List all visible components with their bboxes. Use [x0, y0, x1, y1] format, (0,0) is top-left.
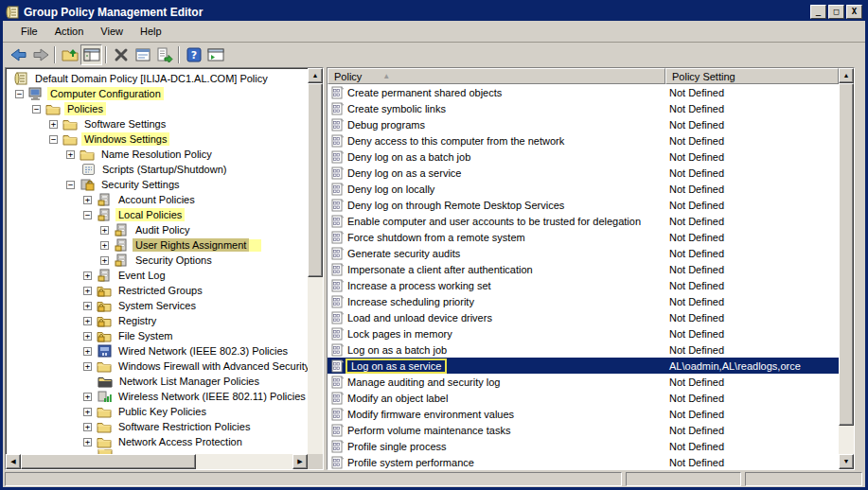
expand-icon[interactable]: + — [83, 332, 92, 341]
expand-icon[interactable]: + — [83, 423, 92, 431]
expand-icon[interactable]: + — [66, 150, 75, 159]
table-row[interactable]: Deny log on as a serviceNot Defined — [328, 165, 839, 181]
tree-item[interactable]: +Audit Policy — [6, 222, 308, 237]
table-row[interactable]: Increase scheduling priorityNot Defined — [328, 293, 839, 309]
list-vscroll-thumb[interactable] — [839, 83, 854, 426]
expand-icon[interactable]: + — [100, 226, 109, 235]
expand-icon[interactable]: + — [83, 287, 92, 295]
collapse-icon[interactable]: − — [15, 90, 24, 98]
tree-item[interactable]: −Policies — [6, 101, 308, 116]
table-row[interactable]: Enable computer and user accounts to be … — [328, 213, 839, 229]
tree-item[interactable]: −Windows Settings — [6, 131, 308, 147]
column-header-policy[interactable]: Policy ▲ — [328, 68, 665, 84]
table-row[interactable]: Log on as a batch jobNot Defined — [328, 341, 839, 358]
table-row[interactable]: Load and unload device driversNot Define… — [328, 309, 839, 325]
collapse-icon[interactable]: − — [49, 135, 58, 144]
up-one-level-button[interactable] — [59, 44, 80, 65]
collapse-icon[interactable]: − — [32, 105, 41, 114]
scroll-up-icon[interactable]: ▲ — [839, 68, 854, 83]
new-window-button[interactable] — [204, 44, 226, 65]
tree-item[interactable]: −Local Policies — [6, 207, 308, 222]
tree-item[interactable]: +User Rights Assignment — [6, 237, 308, 253]
scroll-left-icon[interactable]: ◀ — [6, 454, 21, 469]
expand-icon[interactable]: + — [49, 120, 58, 129]
table-row[interactable]: Debug programsNot Defined — [328, 116, 839, 132]
expand-icon[interactable]: + — [83, 317, 92, 325]
help-button[interactable]: ? — [183, 44, 204, 65]
table-row[interactable]: Deny log on locallyNot Defined — [328, 181, 839, 197]
tree-item[interactable]: +Software Settings — [6, 116, 308, 131]
menu-view[interactable]: View — [92, 24, 132, 39]
table-row[interactable]: Deny log on through Remote Desktop Servi… — [328, 197, 839, 213]
expand-icon[interactable]: + — [83, 362, 92, 371]
table-row[interactable]: Log on as a serviceAL\oadmin,AL\readlogs… — [328, 358, 839, 374]
list-vertical-scrollbar[interactable]: ▲ ▼ — [839, 68, 854, 469]
table-row[interactable]: Generate security auditsNot Defined — [328, 245, 839, 261]
collapse-icon[interactable]: − — [83, 211, 92, 219]
menu-file[interactable]: File — [12, 24, 46, 39]
properties-button[interactable] — [132, 44, 153, 65]
table-row[interactable]: Perform volume maintenance tasksNot Defi… — [328, 422, 839, 438]
table-row[interactable]: Manage auditing and security logNot Defi… — [328, 374, 839, 390]
expand-icon[interactable]: + — [83, 393, 92, 401]
tree-item[interactable]: +Windows Firewall with Advanced Security — [6, 359, 308, 374]
expand-icon[interactable]: + — [83, 302, 92, 310]
tree-item[interactable]: Network List Manager Policies — [6, 374, 308, 389]
tree-vertical-scrollbar[interactable]: ▲ — [308, 68, 323, 454]
scroll-up-icon[interactable]: ▲ — [308, 68, 323, 83]
menu-help[interactable]: Help — [132, 24, 170, 39]
table-row[interactable]: Deny log on as a batch jobNot Defined — [328, 149, 839, 165]
table-row[interactable]: Increase a process working setNot Define… — [328, 277, 839, 293]
close-button[interactable]: X — [846, 5, 862, 19]
tree-item[interactable]: Scripts (Startup/Shutdown) — [6, 162, 308, 177]
table-row[interactable]: Profile system performanceNot Defined — [328, 454, 839, 469]
expand-icon[interactable]: + — [83, 271, 92, 280]
expand-icon[interactable]: + — [83, 196, 92, 204]
tree-horizontal-scrollbar[interactable]: ◀ ▶ — [6, 454, 308, 469]
tree-vscroll-thumb[interactable] — [308, 83, 323, 277]
tree-hscroll-thumb[interactable] — [21, 454, 196, 469]
expand-icon[interactable]: + — [100, 241, 109, 250]
menu-action[interactable]: Action — [46, 24, 93, 39]
table-row[interactable]: Impersonate a client after authenticatio… — [328, 261, 839, 277]
scroll-right-icon[interactable]: ▶ — [292, 454, 308, 469]
tree-item[interactable]: +Event Log — [6, 268, 308, 283]
table-row[interactable]: Lock pages in memoryNot Defined — [328, 325, 839, 341]
export-list-button[interactable] — [153, 44, 175, 65]
tree-item[interactable]: +Wireless Network (IEEE 802.11) Policies — [6, 389, 308, 404]
minimize-button[interactable]: _ — [810, 5, 826, 19]
tree-item[interactable]: +Wired Network (IEEE 802.3) Policies — [6, 343, 308, 359]
collapse-icon[interactable]: − — [66, 181, 75, 189]
table-row[interactable]: Profile single processNot Defined — [328, 438, 839, 454]
tree-item[interactable]: +Registry — [6, 313, 308, 328]
tree-item[interactable]: +Name Resolution Policy — [6, 147, 308, 162]
back-button[interactable] — [8, 44, 29, 65]
expand-icon[interactable]: + — [83, 408, 92, 416]
table-row[interactable]: Modify an object labelNot Defined — [328, 390, 839, 406]
tree-item[interactable]: +File System — [6, 328, 308, 343]
tree-item[interactable]: Default Domain Policy [ILIJA-DC1.AL.COM]… — [6, 71, 308, 86]
tree-item[interactable]: +Software Restriction Policies — [6, 419, 308, 434]
tree-item[interactable]: +Security Options — [6, 253, 308, 268]
tree-item[interactable]: +System Services — [6, 298, 308, 313]
table-row[interactable]: Deny access to this computer from the ne… — [328, 132, 839, 149]
expand-icon[interactable]: + — [83, 347, 92, 356]
tree-item[interactable]: +Public Key Policies — [6, 404, 308, 419]
tree-item[interactable]: −Computer Configuration — [6, 86, 308, 101]
maximize-button[interactable]: □ — [828, 5, 844, 19]
tree-item[interactable]: −Security Settings — [6, 177, 308, 192]
tree-item[interactable]: +Account Policies — [6, 192, 308, 207]
delete-button[interactable] — [110, 44, 132, 65]
column-header-policy-setting[interactable]: Policy Setting — [665, 68, 839, 84]
table-row[interactable]: Create permanent shared objectsNot Defin… — [328, 84, 839, 100]
scroll-down-icon[interactable]: ▼ — [839, 454, 854, 469]
show-console-tree-button[interactable] — [80, 44, 102, 65]
expand-icon[interactable]: + — [83, 438, 92, 446]
tree-item[interactable]: +Restricted Groups — [6, 283, 308, 298]
table-row[interactable]: Force shutdown from a remote systemNot D… — [328, 229, 839, 245]
tree-item[interactable]: +Network Access Protection — [6, 434, 308, 449]
forward-button[interactable] — [29, 44, 51, 65]
expand-icon[interactable]: + — [100, 256, 109, 265]
table-row[interactable]: Modify firmware environment valuesNot De… — [328, 406, 839, 422]
table-row[interactable]: Create symbolic linksNot Defined — [328, 100, 839, 116]
